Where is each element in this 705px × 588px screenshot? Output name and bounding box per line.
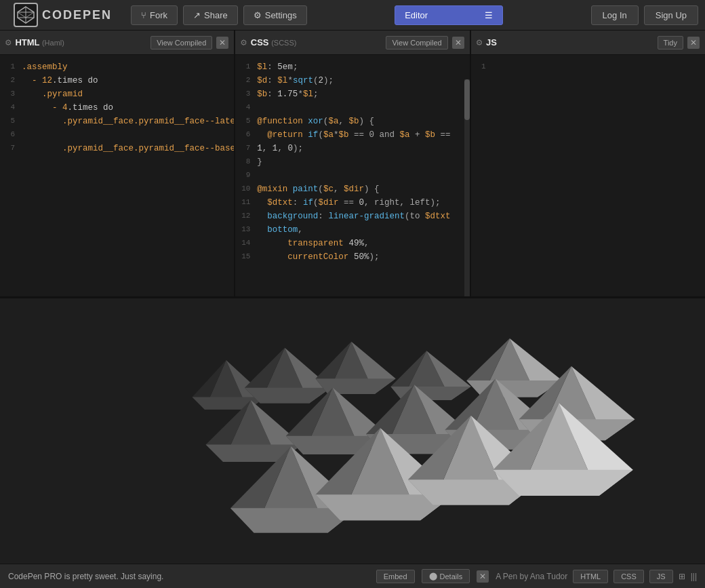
- js-panel: ⚙ JS Tidy ✕ 1: [471, 31, 705, 296]
- code-line: 6 @return if($a*$b == 0 and $a + $b ==: [238, 128, 466, 142]
- css-tab-button[interactable]: CSS: [613, 570, 644, 583]
- code-line: 5 .pyramid__face.pyramid__face--lateral: [3, 115, 231, 128]
- css-panel-header: ⚙ CSS (SCSS) View Compiled ✕: [235, 31, 469, 55]
- html-view-compiled-button[interactable]: View Compiled: [150, 36, 212, 50]
- embed-button[interactable]: Embed: [376, 570, 415, 583]
- editor-dropdown[interactable]: Editor ☰: [395, 5, 503, 25]
- pyramid-4: [390, 351, 470, 400]
- chevron-down-icon: ☰: [485, 10, 493, 20]
- css-scrollbar-thumb[interactable]: [464, 79, 470, 120]
- share-button[interactable]: ↗ Share: [183, 5, 238, 25]
- share-icon: ↗: [193, 10, 201, 20]
- bottom-close-button[interactable]: ✕: [477, 570, 489, 583]
- fork-icon: ⑂: [141, 10, 146, 20]
- css-settings-icon[interactable]: ⚙: [241, 37, 246, 48]
- promo-text: CodePen PRO is pretty sweet. Just saying…: [8, 572, 369, 581]
- code-line: 15 currentColor 50%);: [238, 250, 466, 264]
- fork-button[interactable]: ⑂ Fork: [131, 5, 178, 25]
- code-line: 8}: [238, 155, 466, 169]
- code-line: 6: [3, 128, 231, 142]
- bottom-bar: CodePen PRO is pretty sweet. Just saying…: [0, 564, 705, 588]
- preview-canvas: [0, 298, 705, 564]
- login-button[interactable]: Log In: [591, 5, 639, 25]
- logo-icon: [14, 3, 38, 27]
- html-tab-button[interactable]: HTML: [573, 570, 608, 583]
- code-line: 3$b: 1.75*$l;: [238, 87, 466, 101]
- settings-button[interactable]: ⚙ Settings: [243, 5, 307, 25]
- bottom-right: A Pen by Ana Tudor HTML CSS JS ⊞ |||: [496, 570, 697, 583]
- css-close-button[interactable]: ✕: [452, 37, 464, 49]
- code-line: 2 - 12.times do: [3, 74, 231, 87]
- pyramid-5: [466, 338, 562, 397]
- html-settings-icon[interactable]: ⚙: [5, 37, 11, 48]
- js-tab-button[interactable]: JS: [649, 570, 673, 583]
- details-button[interactable]: ⬤ Details: [422, 569, 470, 583]
- code-line: 5@function xor($a, $b) {: [238, 115, 466, 128]
- code-panels: ⚙ HTML (Haml) View Compiled ✕ 1.assembly…: [0, 31, 705, 298]
- svg-line-4: [18, 12, 26, 18]
- pen-credit: A Pen by Ana Tudor: [496, 572, 567, 581]
- js-close-button[interactable]: ✕: [687, 37, 700, 49]
- code-line: 13 bottom,: [238, 223, 466, 237]
- preview-area: [0, 298, 705, 564]
- code-line: 1$l: 5em;: [238, 60, 466, 74]
- js-code-area[interactable]: 1: [471, 55, 705, 296]
- code-line: 1.assembly: [3, 60, 231, 74]
- html-panel: ⚙ HTML (Haml) View Compiled ✕ 1.assembly…: [0, 31, 235, 296]
- js-tidy-button[interactable]: Tidy: [658, 36, 683, 50]
- code-line: 4 - 4.times do: [3, 101, 231, 115]
- code-line: 12 background: linear-gradient(to $dtxt: [238, 210, 466, 223]
- code-line: 1: [474, 60, 702, 74]
- signup-button[interactable]: Sign Up: [644, 5, 698, 25]
- logo-text: CODEPEN: [42, 8, 112, 22]
- top-navigation: CODEPEN ⑂ Fork ↗ Share ⚙ Settings Editor…: [0, 0, 705, 31]
- code-line: 9: [238, 169, 466, 182]
- code-line: 2$d: $l*sqrt(2);: [238, 74, 466, 87]
- css-code-area[interactable]: 1$l: 5em; 2$d: $l*sqrt(2); 3$b: 1.75*$l;…: [235, 55, 469, 296]
- html-close-button[interactable]: ✕: [216, 37, 228, 49]
- code-line: 14 transparent 49%,: [238, 237, 466, 250]
- logo: CODEPEN: [7, 0, 119, 30]
- code-line: 7 .pyramid__face.pyramid__face--base: [3, 142, 231, 155]
- css-panel-title: CSS (SCSS): [251, 37, 382, 47]
- svg-marker-17: [315, 378, 395, 394]
- code-line: 71, 1, 0);: [238, 142, 466, 155]
- js-settings-icon[interactable]: ⚙: [477, 37, 482, 48]
- circle-icon: ⬤: [429, 572, 437, 581]
- grid-icon: ⊞: [679, 572, 685, 581]
- pyramid-2: [245, 348, 331, 404]
- svg-line-5: [26, 12, 34, 18]
- code-line: 11 $dtxt: if($dir == 0, right, left);: [238, 196, 466, 210]
- pyramid-3: [315, 342, 395, 394]
- code-line: 10@mixin paint($c, $dir) {: [238, 182, 466, 196]
- html-panel-title: HTML (Haml): [15, 37, 146, 47]
- html-panel-header: ⚙ HTML (Haml) View Compiled ✕: [0, 31, 234, 55]
- css-scrollbar-track[interactable]: [464, 79, 470, 296]
- code-line: 3 .pyramid: [3, 87, 231, 101]
- css-view-compiled-button[interactable]: View Compiled: [386, 36, 447, 50]
- js-panel-header: ⚙ JS Tidy ✕: [471, 31, 705, 55]
- code-line: 4: [238, 101, 466, 115]
- js-panel-title: JS: [486, 37, 653, 47]
- layout-icon: |||: [691, 572, 697, 581]
- gear-icon: ⚙: [254, 10, 262, 20]
- html-code-area[interactable]: 1.assembly 2 - 12.times do 3 .pyramid 4 …: [0, 55, 234, 296]
- css-panel: ⚙ CSS (SCSS) View Compiled ✕ 1$l: 5em; 2…: [235, 31, 470, 296]
